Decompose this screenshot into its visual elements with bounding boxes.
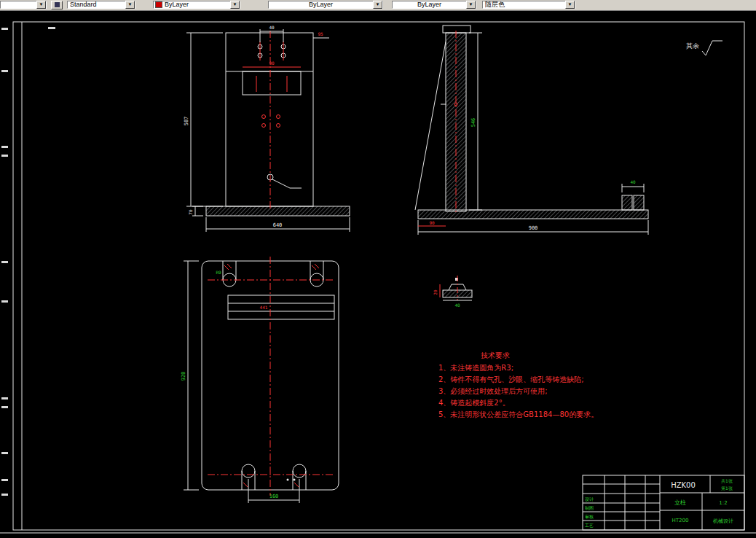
dim-label: 587 — [184, 117, 189, 126]
dim-label: 40 — [454, 303, 460, 308]
lineweight-combo[interactable]: ByLayer ▼ — [392, 1, 476, 9]
dim-label: 90 — [429, 220, 435, 225]
technical-requirements: 技术要求 1、未注铸造圆角为R3; 2、铸件不得有气孔、沙眼、缩孔等铸造缺陷; … — [438, 351, 598, 418]
tech-req-item: 2、铸件不得有气孔、沙眼、缩孔等铸造缺陷; — [438, 375, 584, 383]
dim-label: 160 — [269, 494, 279, 499]
title-row-label: 工艺 — [585, 523, 594, 528]
material-value: HT200 — [672, 518, 689, 523]
sheet-page: 第1张 — [721, 486, 733, 491]
cad-application-window: ▼ Standard ▼ ByLayer ▼ ByLayer ▼ ByLayer… — [0, 0, 756, 538]
side-view: 546 900 90 40 — [415, 26, 648, 235]
layer-combo[interactable]: ▼ — [0, 1, 47, 9]
dim-label: 40 — [269, 25, 275, 30]
left-edge-marks — [1, 27, 55, 496]
chevron-down-icon: ▼ — [466, 1, 476, 9]
tech-req-item: 5、未注明形状公差应符合GB1184—80的要求。 — [438, 410, 598, 418]
sheet-count: 共1张 — [721, 478, 733, 484]
dim-label: 90 — [269, 61, 275, 66]
title-row-label: 审核 — [585, 514, 594, 519]
company-name: 机械设计 — [713, 518, 733, 524]
properties-toolbar: ▼ Standard ▼ ByLayer ▼ ByLayer ▼ ByLayer… — [0, 0, 756, 11]
front-view: 587 70 640 40 95 90 — [184, 25, 350, 232]
surface-finish-note: 其余 — [686, 41, 722, 55]
chevron-down-icon: ▼ — [36, 1, 46, 9]
dim-label: 20 — [433, 289, 438, 295]
drawing-number: HZK00 — [671, 481, 696, 489]
chevron-down-icon: ▼ — [565, 1, 575, 9]
dim-label: 40 — [630, 179, 636, 184]
color-combo[interactable]: ByLayer ▼ — [153, 1, 240, 9]
plotstyle-combo-value: 随层色 — [483, 1, 565, 8]
title-block: HZK00 共1张 第1张 立柱 1:2 HT200 机械设计 设计 制图 审核… — [583, 475, 744, 530]
toolbar-button[interactable] — [51, 1, 63, 9]
plan-view: 928 441 160 R9 — [181, 257, 339, 503]
tool-icon — [55, 2, 60, 7]
drawing-frame — [0, 22, 756, 533]
linetype-combo[interactable]: ByLayer ▼ — [268, 1, 383, 9]
dim-label: 546 — [470, 118, 476, 128]
chevron-down-icon: ▼ — [230, 1, 240, 9]
tech-req-item: 3、必须经过时效处理后方可使用; — [438, 387, 548, 395]
tech-req-title: 技术要求 — [481, 351, 510, 359]
color-combo-value: ByLayer — [162, 1, 230, 8]
tech-req-item: 4、铸造起模斜度2°。 — [438, 399, 510, 407]
scale-value: 1:2 — [719, 500, 727, 506]
color-swatch — [155, 1, 162, 8]
plotstyle-combo[interactable]: 随层色 ▼ — [482, 1, 575, 9]
detail-view: 20 40 — [433, 276, 472, 308]
dim-label: R9 — [216, 270, 221, 275]
dim-label: 441 — [260, 305, 268, 310]
dim-label: 640 — [273, 222, 283, 228]
dim-label: 900 — [529, 225, 538, 231]
dim-label: 95 — [318, 31, 323, 36]
surface-note-text: 其余 — [686, 42, 699, 50]
drawing-canvas[interactable]: 587 70 640 40 95 90 — [0, 0, 756, 538]
text-style-combo-value: Standard — [68, 1, 125, 8]
roughness-symbol-icon — [702, 41, 722, 55]
chevron-down-icon: ▼ — [373, 1, 382, 9]
dim-label: 928 — [181, 372, 186, 381]
title-row-label: 制图 — [585, 505, 594, 511]
tech-req-item: 1、未注铸造圆角为R3; — [438, 364, 513, 372]
dim-label: 70 — [188, 209, 193, 215]
linetype-combo-value: ByLayer — [269, 1, 373, 8]
text-style-combo[interactable]: Standard ▼ — [67, 1, 135, 9]
chevron-down-icon: ▼ — [125, 1, 135, 9]
title-row-label: 设计 — [585, 496, 594, 502]
part-name: 立柱 — [674, 499, 686, 506]
lineweight-combo-value: ByLayer — [393, 1, 466, 8]
